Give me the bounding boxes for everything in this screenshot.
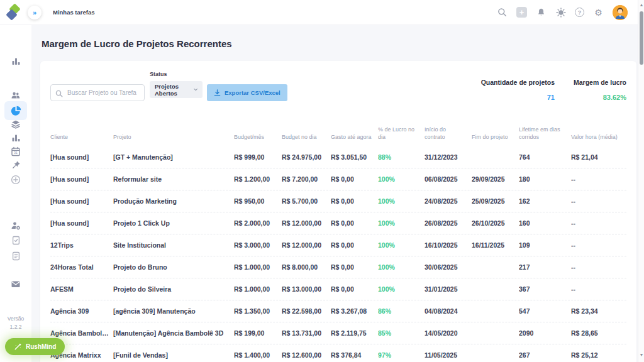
cell-budget_dia: R$ 13.000,00 <box>282 285 331 293</box>
cell-budget_mes: R$ 1.350,00 <box>234 307 282 315</box>
chevron-down-icon <box>194 88 197 91</box>
settings-gear-icon[interactable]: ⚙ <box>593 7 604 18</box>
profit-margin-label: Margem de lucro <box>574 79 626 86</box>
download-icon <box>214 89 221 96</box>
table-row: AFESMProjeto do SilveiraR$ 1.000,00R$ 13… <box>50 278 626 300</box>
vertical-scrollbar: ▲ ▼ <box>638 0 644 362</box>
cell-lifetime: 547 <box>519 307 571 315</box>
task-check-icon[interactable] <box>9 234 22 246</box>
table-body: [Hua sound][GT + Manutenção]R$ 999,00R$ … <box>50 146 626 362</box>
bar-chart-alt-icon[interactable] <box>9 131 22 144</box>
add-icon[interactable]: + <box>516 7 527 18</box>
cell-valor_hora: R$ 25,12 <box>571 351 626 359</box>
profit-margin-stat: Margem de lucro 83.62% <box>574 79 626 101</box>
magic-wand-icon <box>14 343 21 351</box>
cell-lifetime: 367 <box>519 285 571 293</box>
cell-budget_dia: R$ 22.598,00 <box>282 307 331 315</box>
app-logo <box>5 4 23 21</box>
layers-icon[interactable] <box>9 118 22 131</box>
cell-budget_dia: R$ 12.600,00 <box>282 351 331 359</box>
cell-inicio: 16/10/2025 <box>425 241 472 249</box>
notifications-bell-icon[interactable] <box>536 7 547 18</box>
projects-card: Status Projetos Abertos Exportar CSV/Exc… <box>40 61 636 362</box>
calendar-icon[interactable]: 31 <box>9 145 22 158</box>
cell-budget_mes: R$ 199,00 <box>234 329 282 337</box>
mail-icon[interactable] <box>9 278 22 290</box>
table-row: [Hua sound]Projeto 1 Click UpR$ 2.000,00… <box>50 212 626 234</box>
rushmind-label: RushMind <box>26 343 56 350</box>
cell-lucro: 85% <box>378 329 425 337</box>
cell-budget_mes: R$ 2.000,00 <box>234 219 282 227</box>
cell-projeto: [Manutenção] Agência Bambolê 3D <box>113 329 234 337</box>
cell-valor_hora: R$ 21,04 <box>571 153 626 161</box>
cell-inicio: 24/08/2025 <box>425 197 472 205</box>
status-dropdown[interactable]: Projetos Abertos <box>150 81 203 98</box>
user-avatar[interactable] <box>613 5 628 20</box>
cell-inicio: 26/08/2025 <box>425 219 472 227</box>
column-header-fim: Fim do projeto <box>472 134 519 141</box>
projects-table: ClienteProjetoBudget/mêsBudget no diaGas… <box>50 126 626 362</box>
search-input-icon <box>55 89 63 100</box>
help-icon[interactable]: ? <box>575 8 584 17</box>
export-csv-button[interactable]: Exportar CSV/Excel <box>207 84 287 101</box>
status-selected-value: Projetos Abertos <box>155 83 194 97</box>
cell-cliente: 12Trips <box>50 241 113 249</box>
user-settings-icon[interactable] <box>9 219 22 232</box>
add-circle-icon[interactable] <box>9 173 22 186</box>
cell-gasto: R$ 2.119,75 <box>331 329 378 337</box>
pie-chart-icon[interactable] <box>9 104 22 117</box>
cell-gasto: R$ 0,00 <box>331 197 378 205</box>
column-header-cliente: Cliente <box>50 134 113 141</box>
scroll-down-arrow[interactable]: ▼ <box>639 353 644 357</box>
search-icon[interactable] <box>497 7 508 18</box>
theme-sun-icon[interactable] <box>555 7 566 18</box>
cell-lucro: 86% <box>378 307 425 315</box>
cell-cliente: [Hua sound] <box>50 153 113 161</box>
summary-stats: Quantidade de projetos 71 Margem de lucr… <box>481 71 626 101</box>
table-row: 12TripsSite InstitucionalR$ 3.000,00R$ 1… <box>50 234 626 256</box>
column-header-gasto: Gasto até agora <box>331 134 378 141</box>
cell-lifetime: 162 <box>519 197 571 205</box>
cell-budget_dia: R$ 12.000,00 <box>282 241 331 249</box>
cell-gasto: R$ 0,00 <box>331 219 378 227</box>
cell-valor_hora: -- <box>571 175 626 183</box>
cell-inicio: 06/08/2025 <box>425 175 472 183</box>
cell-lifetime: 109 <box>519 241 571 249</box>
version-label: Versão <box>0 315 31 323</box>
bar-chart-icon[interactable] <box>9 55 22 67</box>
cell-projeto: Projeto do Bruno <box>113 263 234 271</box>
cell-inicio: 14/05/2020 <box>425 329 472 337</box>
cell-cliente: Agência Bambolê 3D <box>50 329 113 337</box>
cell-lifetime: 2090 <box>519 329 571 337</box>
scrollbar-thumb[interactable] <box>640 11 643 65</box>
column-header-budget_mes: Budget/mês <box>234 134 282 141</box>
column-header-lifetime: Lifetime em dias corridos <box>519 126 571 141</box>
rushmind-button[interactable]: RushMind <box>5 338 65 355</box>
cell-fim: 26/10/2025 <box>472 219 519 227</box>
column-header-lucro: % de Lucro no dia <box>378 126 425 141</box>
search-input[interactable] <box>50 84 145 101</box>
cell-budget_dia: R$ 8.000,00 <box>282 263 331 271</box>
scroll-up-arrow[interactable]: ▲ <box>639 3 644 7</box>
pin-icon[interactable] <box>9 158 22 171</box>
cell-lifetime: 160 <box>519 219 571 227</box>
document-list-icon[interactable] <box>9 250 22 262</box>
cell-budget_dia: R$ 5.700,00 <box>282 197 331 205</box>
cell-inicio: 31/12/2023 <box>425 153 472 161</box>
export-label: Exportar CSV/Excel <box>225 89 280 96</box>
column-header-inicio: Início do contrato <box>425 126 472 141</box>
cell-cliente: Agência 309 <box>50 307 113 315</box>
cell-budget_dia: R$ 24.975,00 <box>282 153 331 161</box>
cell-projeto: Reformular site <box>113 175 234 183</box>
projects-count-label: Quantidade de projetos <box>481 79 555 86</box>
sidebar-expand-button[interactable]: » <box>28 6 42 19</box>
cell-gasto: R$ 0,00 <box>331 263 378 271</box>
cell-gasto: R$ 3.267,08 <box>331 307 378 315</box>
cell-gasto: R$ 0,00 <box>331 285 378 293</box>
cell-gasto: R$ 376,84 <box>331 351 378 359</box>
cell-lifetime: 267 <box>519 351 571 359</box>
cell-gasto: R$ 0,00 <box>331 241 378 249</box>
cell-inicio: 30/06/2025 <box>425 263 472 271</box>
team-users-icon[interactable] <box>9 89 22 102</box>
cell-gasto: R$ 3.051,50 <box>331 153 378 161</box>
